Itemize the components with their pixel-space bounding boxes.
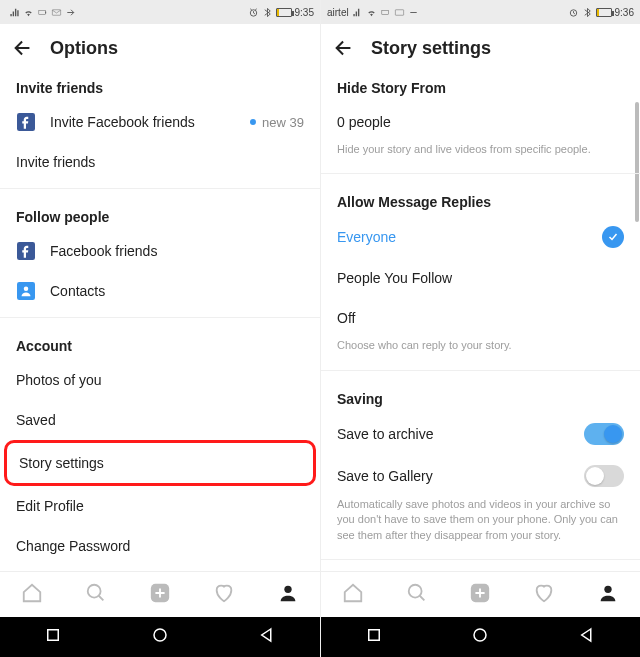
- phone-left: 9:35 Options Invite friends Invite Faceb…: [0, 0, 320, 657]
- header: Story settings: [321, 24, 640, 72]
- row-label: Off: [337, 310, 624, 326]
- tab-activity[interactable]: [213, 582, 235, 608]
- signal-icon: [352, 7, 363, 18]
- row-change-password[interactable]: Change Password: [0, 526, 320, 566]
- contacts-icon: [16, 281, 36, 301]
- nav-recent[interactable]: [365, 626, 383, 648]
- circle-icon: [151, 626, 169, 644]
- row-label: Saved: [16, 412, 304, 428]
- row-label: Edit Profile: [16, 498, 304, 514]
- divider: [0, 317, 320, 318]
- divider: [321, 559, 640, 560]
- svg-rect-11: [48, 630, 59, 641]
- tab-add[interactable]: [469, 582, 491, 608]
- replies-subtext: Choose who can reply to your story.: [321, 338, 640, 363]
- row-story-settings[interactable]: Story settings: [7, 443, 313, 483]
- arrow-left-icon: [12, 37, 34, 59]
- svg-rect-1: [45, 11, 46, 13]
- triangle-left-icon: [578, 626, 596, 644]
- arrow-left-icon: [333, 37, 355, 59]
- tab-search[interactable]: [85, 582, 107, 608]
- toggle-gallery[interactable]: [584, 465, 624, 487]
- new-dot-icon: [250, 119, 256, 125]
- system-nav: [0, 617, 320, 657]
- row-reply-follow[interactable]: People You Follow: [321, 258, 640, 298]
- back-button[interactable]: [12, 37, 34, 59]
- square-icon: [44, 626, 62, 644]
- tab-profile[interactable]: [597, 582, 619, 608]
- tab-bar: [321, 571, 640, 617]
- nav-home[interactable]: [151, 626, 169, 648]
- svg-rect-19: [369, 630, 380, 641]
- add-icon: [469, 582, 491, 604]
- nav-recent[interactable]: [44, 626, 62, 648]
- mail-icon: [394, 7, 405, 18]
- row-two-factor[interactable]: Two-factor authentication: [0, 566, 320, 571]
- heart-icon: [213, 582, 235, 604]
- nav-back[interactable]: [258, 626, 276, 648]
- divider: [0, 188, 320, 189]
- section-sharing: Sharing: [321, 566, 640, 571]
- row-save-archive[interactable]: Save to archive: [321, 413, 640, 455]
- tab-activity[interactable]: [533, 582, 555, 608]
- row-saved[interactable]: Saved: [0, 400, 320, 440]
- svg-rect-2: [52, 9, 60, 15]
- row-facebook-friends[interactable]: Facebook friends: [0, 231, 320, 271]
- tab-home[interactable]: [21, 582, 43, 608]
- status-bar: airtel 9:36: [321, 0, 640, 24]
- toggle-archive[interactable]: [584, 423, 624, 445]
- mail-icon: [51, 7, 62, 18]
- square-icon: [365, 626, 383, 644]
- row-invite-friends[interactable]: Invite friends: [0, 142, 320, 182]
- row-invite-facebook[interactable]: Invite Facebook friends new 39: [0, 102, 320, 142]
- facebook-icon: [16, 241, 36, 261]
- battery-icon: [276, 8, 292, 17]
- nav-home[interactable]: [471, 626, 489, 648]
- alarm-icon: [568, 7, 579, 18]
- bluetooth-icon: [582, 7, 593, 18]
- status-time: 9:36: [615, 7, 634, 18]
- saving-subtext: Automatically save photos and videos in …: [321, 497, 640, 553]
- row-label: 0 people: [337, 114, 624, 130]
- heart-icon: [533, 582, 555, 604]
- add-icon: [149, 582, 171, 604]
- new-badge: new 39: [262, 115, 304, 130]
- section-replies: Allow Message Replies: [321, 180, 640, 216]
- row-hide-count[interactable]: 0 people: [321, 102, 640, 142]
- battery-icon: [596, 8, 612, 17]
- row-edit-profile[interactable]: Edit Profile: [0, 486, 320, 526]
- home-icon: [21, 582, 43, 604]
- row-label: Contacts: [50, 283, 304, 299]
- svg-point-20: [474, 629, 486, 641]
- section-follow-people: Follow people: [0, 195, 320, 231]
- svg-rect-14: [395, 9, 403, 15]
- battery-icon-sm: [380, 7, 391, 18]
- tab-home[interactable]: [342, 582, 364, 608]
- svg-point-18: [604, 585, 611, 592]
- section-invite-friends: Invite friends: [0, 72, 320, 102]
- tab-search[interactable]: [406, 582, 428, 608]
- nav-back[interactable]: [578, 626, 596, 648]
- profile-icon: [597, 582, 619, 604]
- row-label: Invite friends: [16, 154, 304, 170]
- row-contacts[interactable]: Contacts: [0, 271, 320, 311]
- row-save-gallery[interactable]: Save to Gallery: [321, 455, 640, 497]
- status-time: 9:35: [295, 7, 314, 18]
- tab-profile[interactable]: [277, 582, 299, 608]
- triangle-left-icon: [258, 626, 276, 644]
- content-area: Invite friends Invite Facebook friends n…: [0, 72, 320, 571]
- back-button[interactable]: [333, 37, 355, 59]
- system-nav: [321, 617, 640, 657]
- wifi-icon: [23, 7, 34, 18]
- svg-point-7: [24, 287, 29, 292]
- row-label: Everyone: [337, 229, 602, 245]
- row-label: Change Password: [16, 538, 304, 554]
- check-icon: [602, 226, 624, 248]
- row-reply-everyone[interactable]: Everyone: [321, 216, 640, 258]
- header-title: Story settings: [371, 38, 491, 59]
- wifi-icon: [366, 7, 377, 18]
- tab-add[interactable]: [149, 582, 171, 608]
- row-photos-of-you[interactable]: Photos of you: [0, 360, 320, 400]
- row-reply-off[interactable]: Off: [321, 298, 640, 338]
- phone-right: airtel 9:36 Story settings Hide Story Fr…: [320, 0, 640, 657]
